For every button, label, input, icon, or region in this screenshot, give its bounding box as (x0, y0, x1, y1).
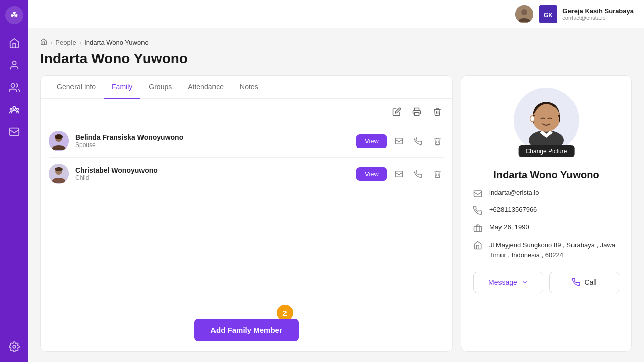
member-name-belinda: Belinda Fransiska Wonoyuwono (75, 133, 350, 141)
user-avatar[interactable] (515, 5, 533, 23)
profile-address: Jl Mayjend Sungkono 89 , Surabaya , Jawa… (489, 240, 619, 260)
svg-point-5 (10, 108, 12, 110)
delete-icon-christabel[interactable] (430, 167, 444, 181)
svg-point-10 (521, 9, 527, 15)
org-text: Gereja Kasih Surabaya contact@erista.io (562, 7, 634, 21)
call-label: Call (584, 278, 596, 286)
message-label: Message (488, 278, 517, 286)
profile-name: Indarta Wono Yuwono (493, 169, 599, 181)
add-family-button[interactable]: Add Family Member (194, 319, 299, 341)
tab-attendance[interactable]: Attendance (180, 76, 232, 99)
profile-address-row: Jl Mayjend Sungkono 89 , Surabaya , Jawa… (473, 240, 619, 260)
panels: General Info Family Groups Attendance No… (40, 75, 632, 352)
print-icon[interactable] (410, 105, 424, 119)
svg-point-3 (11, 84, 15, 87)
table-actions (41, 99, 452, 125)
sidebar: ☘ (0, 0, 28, 362)
member-info-belinda: Belinda Fransiska Wonoyuwono Spouse (75, 133, 350, 149)
svg-rect-22 (395, 171, 402, 176)
svg-rect-14 (415, 113, 419, 116)
phone-icon (473, 206, 483, 217)
delete-icon[interactable] (430, 105, 444, 119)
address-icon (473, 241, 483, 251)
breadcrumb-sep-2: › (79, 39, 81, 46)
svg-rect-18 (395, 138, 402, 143)
email-icon (473, 189, 483, 200)
svg-point-17 (55, 134, 63, 139)
profile-email-row: indarta@erista.io (473, 189, 619, 200)
call-button[interactable]: Call (549, 272, 619, 293)
tab-groups[interactable]: Groups (140, 76, 180, 99)
profile-picture-container: Change Picture (514, 88, 579, 153)
svg-point-27 (531, 116, 534, 121)
svg-rect-7 (10, 128, 19, 136)
edit-icon[interactable] (390, 105, 404, 119)
member-actions-belinda: View (356, 134, 444, 148)
view-button-belinda[interactable]: View (356, 134, 387, 148)
svg-point-4 (13, 107, 16, 110)
svg-rect-28 (474, 191, 482, 197)
svg-point-8 (13, 345, 16, 348)
member-info-christabel: Christabel Wonoyuwono Child (75, 166, 350, 181)
sidebar-item-home[interactable] (5, 34, 23, 52)
tabs: General Info Family Groups Attendance No… (41, 76, 452, 99)
main-area: GK Gereja Kasih Surabaya contact@erista.… (28, 0, 644, 362)
page-title-area: Indarta Wono Yuwono 1 (40, 51, 632, 75)
add-family-area: 2 Add Family Member (41, 309, 452, 351)
svg-point-21 (55, 167, 63, 171)
change-picture-button[interactable]: Change Picture (519, 145, 575, 157)
org-logo: GK (539, 5, 557, 23)
profile-info: indarta@erista.io +628113567966 (473, 189, 619, 260)
profile-actions: Message Call (473, 272, 619, 293)
family-item: Belinda Fransiska Wonoyuwono Spouse View (49, 125, 444, 158)
content-area: › People › Indarta Wono Yuwono Indarta W… (28, 28, 644, 362)
breadcrumb: › People › Indarta Wono Yuwono (40, 38, 632, 47)
email-icon-christabel[interactable] (392, 167, 406, 181)
sidebar-item-person[interactable] (5, 56, 23, 75)
member-actions-christabel: View (356, 167, 444, 181)
profile-birthday: May 26, 1990 (489, 223, 529, 231)
tab-general-info[interactable]: General Info (49, 76, 104, 99)
member-role-belinda: Spouse (75, 141, 350, 149)
delete-icon-belinda[interactable] (430, 134, 444, 148)
page-title: Indarta Wono Yuwono (40, 51, 632, 67)
family-list: Belinda Fransiska Wonoyuwono Spouse View (41, 125, 452, 309)
birthday-icon (473, 224, 483, 234)
breadcrumb-people[interactable]: People (55, 39, 76, 46)
app-logo[interactable]: ☘ (5, 6, 23, 24)
org-info: GK Gereja Kasih Surabaya contact@erista.… (539, 5, 634, 23)
sidebar-item-mail[interactable] (5, 123, 23, 141)
profile-email: indarta@erista.io (489, 189, 539, 196)
left-panel: General Info Family Groups Attendance No… (40, 75, 453, 352)
breadcrumb-current: Indarta Wono Yuwono (84, 39, 148, 46)
profile-picture (514, 88, 579, 153)
sidebar-item-group[interactable] (5, 79, 23, 97)
family-item-christabel: Christabel Wonoyuwono Child View (49, 158, 444, 190)
email-icon-belinda[interactable] (392, 134, 406, 148)
phone-icon-belinda[interactable] (411, 134, 425, 148)
avatar-christabel (49, 164, 69, 184)
breadcrumb-home-icon[interactable] (40, 38, 47, 47)
org-email: contact@erista.io (562, 15, 634, 21)
breadcrumb-sep-1: › (50, 39, 52, 46)
profile-phone-row: +628113567966 (473, 206, 619, 217)
message-button[interactable]: Message (473, 272, 543, 293)
sidebar-item-settings[interactable] (5, 338, 23, 356)
member-name-christabel: Christabel Wonoyuwono (75, 166, 350, 174)
svg-text:☘: ☘ (10, 10, 18, 20)
right-panel: Change Picture Indarta Wono Yuwono indar… (461, 75, 632, 352)
sidebar-item-community[interactable] (5, 101, 23, 119)
tab-family[interactable]: Family (104, 76, 140, 99)
profile-phone: +628113567966 (489, 206, 537, 213)
top-header: GK Gereja Kasih Surabaya contact@erista.… (28, 0, 644, 28)
org-name: Gereja Kasih Surabaya (562, 7, 634, 15)
svg-point-6 (17, 108, 19, 110)
avatar-belinda (49, 131, 69, 151)
view-button-christabel[interactable]: View (356, 167, 387, 181)
profile-birthday-row: May 26, 1990 (473, 223, 619, 234)
tab-notes[interactable]: Notes (232, 76, 266, 99)
member-role-christabel: Child (75, 174, 350, 181)
svg-text:GK: GK (544, 12, 553, 19)
svg-point-2 (12, 61, 16, 65)
phone-icon-christabel[interactable] (411, 167, 425, 181)
